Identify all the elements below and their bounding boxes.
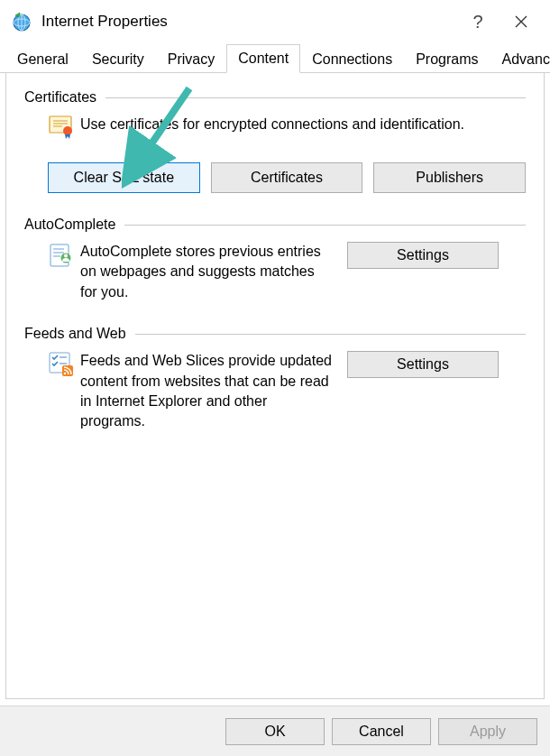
feeds-settings-button[interactable]: Settings	[347, 351, 499, 378]
certificate-icon	[48, 115, 80, 143]
help-button[interactable]: ?	[456, 2, 500, 41]
feeds-legend: Feeds and Web	[24, 326, 126, 342]
tab-panel: Certificates Use certificates for encryp…	[5, 73, 545, 699]
autocomplete-desc: AutoComplete stores previous entries on …	[80, 242, 333, 302]
feeds-icon	[48, 351, 80, 381]
autocomplete-group: AutoComplete AutoComplete stores previou…	[24, 217, 526, 302]
divider	[124, 225, 526, 226]
tab-privacy[interactable]: Privacy	[156, 45, 226, 73]
tab-connections[interactable]: Connections	[300, 45, 404, 73]
certificates-legend: Certificates	[24, 89, 96, 106]
tab-content[interactable]: Content	[226, 44, 300, 73]
divider	[135, 334, 526, 335]
apply-button[interactable]: Apply	[438, 718, 537, 745]
autocomplete-settings-button[interactable]: Settings	[347, 242, 499, 269]
publishers-button[interactable]: Publishers	[373, 162, 526, 193]
clear-ssl-button[interactable]: Clear SSL state	[48, 162, 200, 193]
feeds-group: Feeds and Web Feeds and Web Slices provi…	[24, 326, 526, 432]
svg-point-18	[64, 373, 67, 375]
autocomplete-legend: AutoComplete	[24, 217, 115, 233]
ok-button[interactable]: OK	[225, 718, 325, 745]
close-button[interactable]	[500, 2, 543, 41]
tabstrip: General Security Privacy Content Connect…	[0, 41, 550, 73]
certificates-button[interactable]: Certificates	[211, 162, 363, 193]
titlebar: Internet Properties ?	[0, 0, 550, 43]
tab-programs[interactable]: Programs	[404, 45, 490, 73]
autocomplete-icon	[48, 242, 80, 272]
tab-general[interactable]: General	[5, 45, 80, 73]
feeds-desc: Feeds and Web Slices provide updated con…	[80, 351, 333, 432]
window-title: Internet Properties	[41, 13, 456, 31]
svg-point-7	[63, 126, 72, 135]
tab-security[interactable]: Security	[80, 45, 156, 73]
cancel-button[interactable]: Cancel	[332, 718, 431, 745]
content-panel: Certificates Use certificates for encryp…	[6, 73, 544, 465]
internet-options-icon	[11, 11, 32, 32]
certificates-group: Certificates Use certificates for encryp…	[24, 89, 526, 193]
divider	[105, 97, 526, 98]
certificates-desc: Use certificates for encrypted connectio…	[80, 115, 526, 134]
svg-point-13	[64, 254, 68, 258]
dialog-footer: OK Cancel Apply	[0, 705, 550, 756]
tab-advanced[interactable]: Advanced	[490, 45, 550, 73]
